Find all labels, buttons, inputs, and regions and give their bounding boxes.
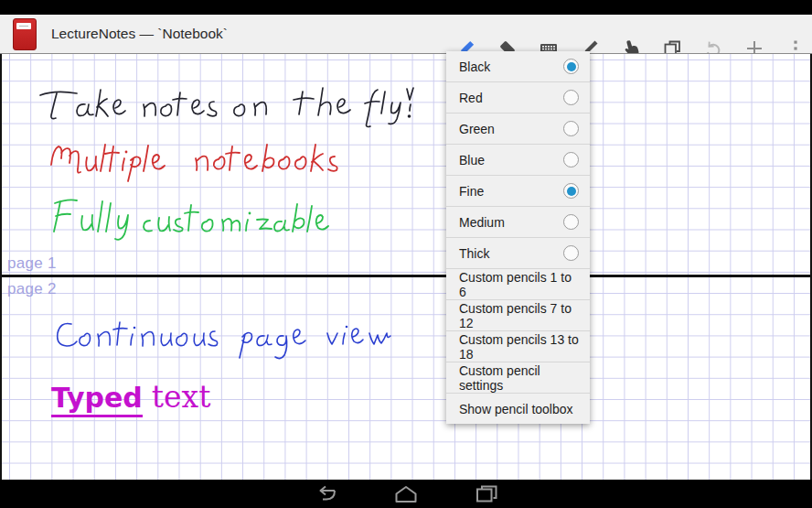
recents-icon[interactable] <box>474 484 499 504</box>
menu-item-custom-pencils-1-6[interactable]: Custom pencils 1 to 6 <box>446 269 590 300</box>
handwritten-note-red <box>51 145 337 181</box>
radio-red[interactable] <box>563 90 579 105</box>
menu-item-thick[interactable]: Thick <box>446 238 590 269</box>
menu-item-fine[interactable]: Fine <box>446 176 590 207</box>
status-bar <box>0 0 812 15</box>
notebook-canvas[interactable]: page 1 page 2 <box>0 53 812 481</box>
typed-text-bold-underlined: Typed <box>51 382 143 417</box>
menu-item-custom-pencils-7-12[interactable]: Custom pencils 7 to 12 <box>446 300 590 331</box>
typed-text-serif: text <box>152 379 211 415</box>
android-navigation-bar <box>0 480 812 508</box>
handwritten-note-green <box>54 200 328 239</box>
radio-green[interactable] <box>563 121 579 136</box>
radio-blue[interactable] <box>563 152 579 168</box>
home-icon[interactable] <box>393 484 419 504</box>
handwritten-note-blue <box>58 322 390 359</box>
lecturenotes-notebook-icon <box>13 18 37 50</box>
radio-black[interactable] <box>563 59 579 74</box>
radio-fine[interactable] <box>563 183 579 199</box>
handwritten-note-black <box>40 88 413 127</box>
typed-text-sample: Typedtext <box>51 379 210 415</box>
action-bar: LectureNotes — `Notebook` <box>0 15 812 54</box>
menu-item-green[interactable]: Green <box>446 113 590 145</box>
pencil-dropdown-menu: Black Red Green Blue Fine Medium Thick <box>446 51 590 424</box>
menu-item-black[interactable]: Black <box>446 51 590 82</box>
menu-item-medium[interactable]: Medium <box>446 207 590 238</box>
back-icon[interactable] <box>313 484 338 504</box>
lecturenotes-app-window: LectureNotes — `Notebook` <box>0 0 812 508</box>
radio-thick[interactable] <box>563 245 579 261</box>
menu-item-custom-pencils-13-18[interactable]: Custom pencils 13 to 18 <box>446 331 590 362</box>
menu-item-blue[interactable]: Blue <box>446 145 590 176</box>
menu-item-show-pencil-toolbox[interactable]: Show pencil toolbox <box>446 394 590 424</box>
menu-item-custom-pencil-settings[interactable]: Custom pencil settings <box>446 362 590 394</box>
menu-item-red[interactable]: Red <box>446 82 590 113</box>
radio-medium[interactable] <box>563 214 579 230</box>
app-title: LectureNotes — `Notebook` <box>51 26 228 42</box>
